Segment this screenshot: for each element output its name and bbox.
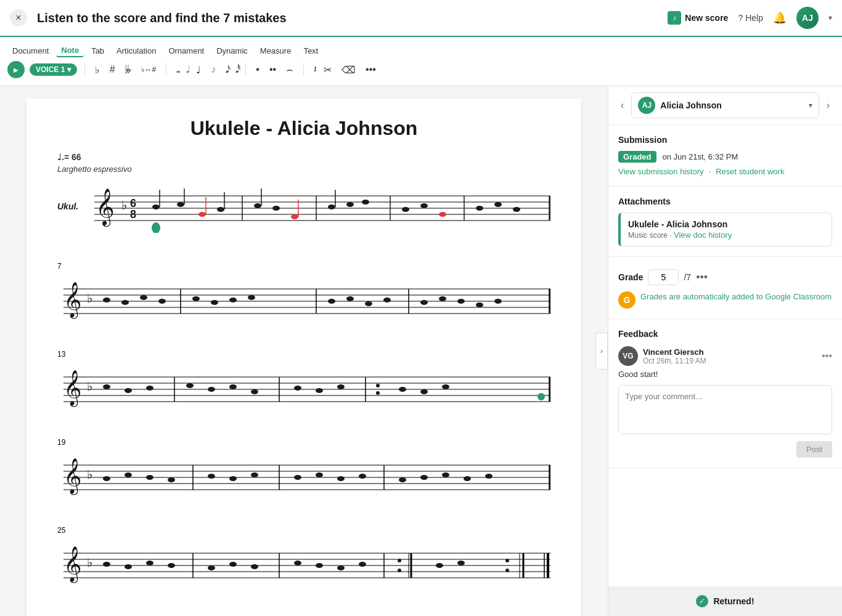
svg-point-12 xyxy=(177,202,184,207)
google-classroom-text: Grades are automatically added to Google… xyxy=(640,291,832,302)
eighth-note-icon[interactable]: ♪ xyxy=(208,63,218,76)
new-score-button[interactable]: ♪ New score xyxy=(668,11,728,25)
google-classroom-note: G Grades are automatically added to Goog… xyxy=(618,291,832,309)
svg-point-122 xyxy=(464,476,471,481)
svg-point-112 xyxy=(251,472,258,477)
student-navigation: ‹ AJ Alicia Johnson ▾ › xyxy=(608,86,842,125)
svg-text:♭: ♭ xyxy=(121,198,127,212)
svg-point-32 xyxy=(439,212,446,217)
grade-more-button[interactable]: ••• xyxy=(696,271,708,284)
rest-icon[interactable]: 𝄽 xyxy=(311,63,316,76)
svg-text:♭: ♭ xyxy=(87,379,92,393)
view-doc-history-link[interactable]: View doc history xyxy=(674,230,732,240)
svg-point-133 xyxy=(103,562,110,567)
measure-number-13: 13 xyxy=(57,350,65,359)
comment-text: Good start! xyxy=(618,370,832,379)
menu-articulation[interactable]: Articulation xyxy=(112,45,161,57)
user-avatar-button[interactable]: AJ xyxy=(796,7,819,29)
returned-check-icon: ✓ xyxy=(696,595,708,607)
menu-measure[interactable]: Measure xyxy=(255,45,296,57)
svg-point-77 xyxy=(103,384,110,389)
help-button[interactable]: ? Help xyxy=(738,13,763,23)
menu-document[interactable]: Document xyxy=(7,45,54,57)
whole-note-icon[interactable]: 𝅝 xyxy=(174,63,179,76)
post-button[interactable]: Post xyxy=(796,441,832,458)
grade-label: Grade xyxy=(618,272,643,282)
svg-text:𝄞: 𝄞 xyxy=(63,370,82,407)
grade-total: /7 xyxy=(684,272,691,282)
more-tools-icon[interactable]: ••• xyxy=(363,63,378,76)
svg-point-148 xyxy=(398,569,401,572)
student-avatar: AJ xyxy=(638,97,655,114)
svg-point-49 xyxy=(121,300,129,305)
svg-point-84 xyxy=(251,389,258,394)
svg-point-86 xyxy=(294,386,301,391)
menu-ornament[interactable]: Ornament xyxy=(163,45,209,57)
reset-student-work-link[interactable]: Reset student work xyxy=(716,167,784,176)
top-actions: ♪ New score ? Help 🔔 AJ ▾ xyxy=(668,7,832,29)
svg-point-58 xyxy=(328,299,335,304)
svg-text:𝄞: 𝄞 xyxy=(63,546,82,583)
top-bar: × Listen to the score and find the 7 mis… xyxy=(0,0,842,37)
menu-tab[interactable]: Tab xyxy=(86,45,109,57)
link-separator: · xyxy=(708,166,711,176)
comment-input[interactable] xyxy=(618,385,832,434)
svg-point-115 xyxy=(316,472,323,477)
voice-selector[interactable]: VOICE 1 ▾ xyxy=(30,63,77,76)
svg-point-153 xyxy=(505,559,509,562)
quarter-note-icon[interactable]: ♩ xyxy=(194,63,203,77)
svg-point-87 xyxy=(316,388,323,393)
delete-icon[interactable]: ⌫ xyxy=(339,63,358,77)
svg-point-14 xyxy=(198,212,206,217)
toolbar-menu-row: Document Note Tab Articulation Ornament … xyxy=(7,44,835,57)
collapse-panel-button[interactable]: › xyxy=(595,333,608,370)
menu-text[interactable]: Text xyxy=(298,45,323,57)
toolbar: Document Note Tab Articulation Ornament … xyxy=(0,37,842,86)
close-button[interactable]: × xyxy=(10,9,27,26)
attachment-title: Ukulele - Alicia Johnson xyxy=(628,219,824,229)
page-title: Listen to the score and find the 7 mista… xyxy=(37,11,658,25)
tie-slur-icon[interactable]: ⌢ xyxy=(284,62,296,78)
feedback-label: Feedback xyxy=(618,329,832,339)
help-label: Help xyxy=(745,13,763,23)
svg-point-64 xyxy=(439,296,446,301)
menu-dynamic[interactable]: Dynamic xyxy=(211,45,253,57)
notifications-button[interactable]: 🔔 xyxy=(773,11,787,25)
student-selector[interactable]: AJ Alicia Johnson ▾ xyxy=(631,92,819,118)
menu-note[interactable]: Note xyxy=(56,44,84,57)
double-flat-icon[interactable]: 𝄫 xyxy=(123,63,134,76)
dot-icon[interactable]: • xyxy=(253,63,262,76)
svg-point-93 xyxy=(420,389,428,394)
grade-input[interactable] xyxy=(648,269,679,285)
prev-student-button[interactable]: ‹ xyxy=(618,97,626,113)
svg-text:Ukul.: Ukul. xyxy=(57,201,78,211)
double-dot-icon[interactable]: •• xyxy=(267,63,279,76)
svg-point-51 xyxy=(158,299,166,304)
next-student-button[interactable]: › xyxy=(824,97,832,113)
half-note-icon[interactable]: 𝅗𝅥 xyxy=(184,63,189,76)
svg-point-95 xyxy=(537,393,545,400)
attachment-card[interactable]: Ukulele - Alicia Johnson Music score · V… xyxy=(618,213,832,246)
play-button[interactable]: ▶ xyxy=(7,61,25,78)
post-button-row: Post xyxy=(618,441,832,458)
svg-point-19 xyxy=(254,203,261,208)
thirty-second-note-icon[interactable]: 𝅘𝅥𝅰 xyxy=(233,63,238,76)
sixteenth-note-icon[interactable]: 𝅘𝅥𝅯 xyxy=(223,63,228,76)
sharp-icon[interactable]: # xyxy=(107,63,118,76)
view-submission-history-link[interactable]: View submission history xyxy=(618,167,703,176)
right-panel: ‹ AJ Alicia Johnson ▾ › Submission Grade… xyxy=(608,86,842,616)
svg-point-117 xyxy=(359,474,366,479)
scissors-icon[interactable]: ✂ xyxy=(321,63,334,77)
score-area[interactable]: Ukulele - Alicia Johnson ♩.= 66 Larghett… xyxy=(0,86,608,616)
svg-point-61 xyxy=(383,298,391,302)
staff-system-1: Ukul. 𝄞 ♭ 6 8 xyxy=(57,177,550,233)
svg-point-59 xyxy=(346,296,354,301)
svg-point-60 xyxy=(365,301,372,306)
flat-icon[interactable]: ♭ xyxy=(92,63,102,77)
submission-label: Submission xyxy=(618,135,832,145)
natural-flat-icon[interactable]: ♭↔# xyxy=(139,64,159,75)
comment-more-button[interactable]: ••• xyxy=(822,351,832,362)
svg-point-27 xyxy=(346,202,354,207)
svg-point-78 xyxy=(125,388,132,393)
svg-point-36 xyxy=(513,207,520,212)
